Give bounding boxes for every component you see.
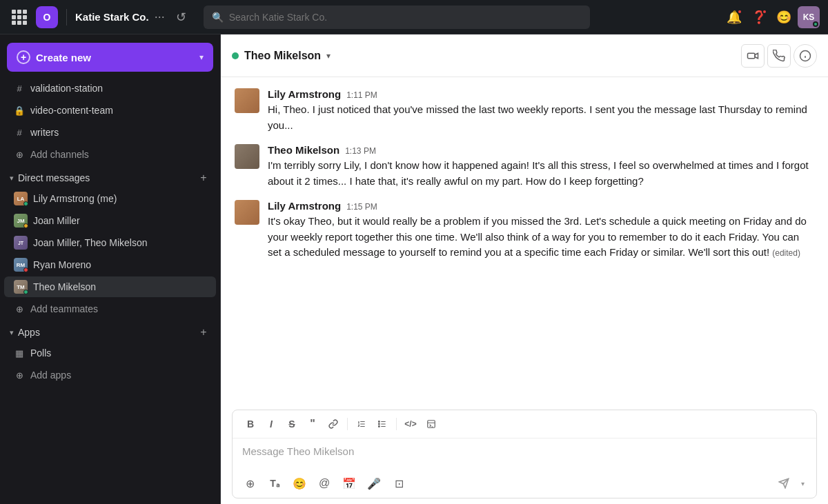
sidebar-dm-joan[interactable]: JM Joan Miller bbox=[4, 210, 216, 231]
svg-rect-14 bbox=[428, 421, 435, 428]
message-time: 1:11 PM bbox=[346, 90, 377, 100]
dm-label: Theo Mikelson bbox=[33, 281, 96, 292]
add-channels-label: Add channels bbox=[30, 149, 89, 160]
message-text: I'm terribly sorry Lily, I don't know ho… bbox=[268, 158, 814, 189]
strikethrough-button[interactable]: S bbox=[282, 414, 302, 434]
search-input[interactable] bbox=[229, 12, 582, 23]
plus-circle-icon: ⊕ bbox=[14, 370, 25, 381]
svg-point-11 bbox=[378, 421, 379, 423]
unordered-list-button[interactable] bbox=[373, 414, 392, 434]
topbar: O Katie Stark Co. ··· ↺ 🔍 🔔 ❓ 😊 KS bbox=[0, 0, 828, 34]
message-header: Theo Mikelson 1:13 PM bbox=[268, 144, 814, 156]
add-apps-label: Add apps bbox=[30, 370, 71, 381]
notification-dot bbox=[737, 9, 742, 14]
polls-icon: ▦ bbox=[14, 348, 25, 359]
mention-button[interactable]: @ bbox=[314, 473, 335, 494]
phone-call-button[interactable] bbox=[767, 44, 791, 68]
lily-avatar: LA bbox=[14, 192, 28, 205]
chat-contact-name: Theo Mikelson bbox=[244, 50, 321, 62]
dm-chevron-icon: ▾ bbox=[10, 174, 14, 183]
lily-message-avatar-2 bbox=[235, 200, 259, 225]
sidebar-add-channels[interactable]: ⊕ Add channels bbox=[4, 144, 216, 165]
plus-circle-icon: ⊕ bbox=[14, 150, 25, 160]
message-text: It's okay Theo, but it would really be a… bbox=[268, 214, 814, 261]
emoji-picker-button[interactable]: 😊 bbox=[289, 473, 310, 494]
send-button[interactable] bbox=[773, 473, 794, 494]
online-status-dot bbox=[23, 201, 28, 206]
code-button[interactable]: </> bbox=[401, 414, 420, 434]
messages-area: Lily Armstrong 1:11 PM Hi, Theo. I just … bbox=[221, 77, 828, 404]
add-dm-button[interactable]: + bbox=[197, 171, 210, 185]
bold-button[interactable]: B bbox=[241, 414, 260, 434]
sidebar-add-teammates[interactable]: ⊕ Add teammates bbox=[4, 299, 216, 319]
plus-circle-icon: ⊕ bbox=[14, 304, 25, 314]
search-bar[interactable]: 🔍 bbox=[204, 6, 590, 29]
add-attachment-button[interactable]: ⊕ bbox=[239, 473, 260, 494]
main-layout: + Create new ▾ # validation-station 🔒 vi… bbox=[0, 34, 828, 504]
add-apps-button[interactable]: + bbox=[197, 325, 210, 339]
toolbar-divider bbox=[347, 418, 348, 430]
message-author: Lily Armstrong bbox=[268, 88, 341, 100]
sidebar-item-validation-station[interactable]: # validation-station bbox=[4, 78, 216, 99]
sidebar-app-polls[interactable]: ▦ Polls bbox=[4, 343, 216, 363]
user-status-dot bbox=[813, 21, 818, 27]
send-area: ▾ bbox=[773, 473, 809, 494]
message-2: Theo Mikelson 1:13 PM I'm terribly sorry… bbox=[235, 144, 814, 189]
workspace-name: Katie Stark Co. bbox=[75, 11, 149, 23]
message-input[interactable]: Message Theo Mikelson bbox=[233, 439, 816, 469]
code-block-button[interactable] bbox=[422, 414, 441, 434]
user-avatar-button[interactable]: KS bbox=[798, 6, 820, 28]
joan-avatar: JM bbox=[14, 214, 28, 228]
grid-menu-button[interactable] bbox=[8, 6, 30, 28]
voice-message-button[interactable]: 🎤 bbox=[364, 473, 384, 494]
notifications-button[interactable]: 🔔 bbox=[723, 6, 745, 28]
sidebar-item-writers[interactable]: # writers bbox=[4, 122, 216, 143]
create-chevron-icon: ▾ bbox=[199, 52, 204, 62]
schedule-button[interactable]: 📅 bbox=[339, 473, 359, 494]
dm-label: Joan Miller bbox=[33, 215, 80, 226]
sidebar-dm-ryan[interactable]: RM Ryan Moreno bbox=[4, 254, 216, 275]
create-new-button[interactable]: + Create new ▾ bbox=[7, 43, 213, 72]
topbar-divider bbox=[66, 9, 67, 26]
workspace-logo: O bbox=[36, 6, 58, 28]
message-content: Lily Armstrong 1:11 PM Hi, Theo. I just … bbox=[268, 88, 814, 133]
video-call-button[interactable] bbox=[741, 44, 765, 68]
topbar-actions: 🔔 ❓ 😊 KS bbox=[723, 6, 820, 28]
sidebar-dm-joan-theo[interactable]: JT Joan Miller, Theo Mikelson bbox=[4, 232, 216, 253]
link-button[interactable] bbox=[324, 414, 343, 434]
message-input-area: B I S " </> Message T bbox=[232, 410, 817, 498]
sidebar-dm-theo[interactable]: TM Theo Mikelson bbox=[4, 276, 216, 297]
dm-label: Lily Armstrong (me) bbox=[33, 193, 117, 204]
chat-header-actions bbox=[741, 44, 817, 68]
apps-chevron-icon: ▾ bbox=[10, 328, 14, 337]
dnd-status-dot bbox=[23, 268, 28, 272]
text-format-button[interactable]: Tₐ bbox=[264, 473, 285, 494]
message-time: 1:13 PM bbox=[345, 146, 376, 156]
apps-section[interactable]: ▾ Apps + bbox=[0, 320, 220, 342]
workspace-menu-icon[interactable]: ··· bbox=[155, 10, 165, 24]
svg-point-13 bbox=[378, 426, 379, 427]
message-content: Lily Armstrong 1:15 PM It's okay Theo, b… bbox=[268, 200, 814, 261]
ordered-list-button[interactable] bbox=[352, 414, 371, 434]
history-icon[interactable]: ↺ bbox=[170, 6, 193, 28]
hash-icon: # bbox=[14, 83, 25, 94]
blockquote-button[interactable]: " bbox=[303, 414, 322, 434]
edited-label: (edited) bbox=[772, 248, 800, 258]
sidebar-add-apps[interactable]: ⊕ Add apps bbox=[4, 365, 216, 385]
send-options-button[interactable]: ▾ bbox=[796, 473, 809, 494]
direct-messages-section[interactable]: ▾ Direct messages + bbox=[0, 165, 220, 188]
sidebar-dm-lily[interactable]: LA Lily Armstrong (me) bbox=[4, 188, 216, 209]
shortcut-button[interactable]: ⊡ bbox=[388, 473, 409, 494]
help-dot bbox=[762, 9, 767, 14]
contact-chevron-icon[interactable]: ▾ bbox=[326, 51, 331, 61]
info-button[interactable] bbox=[793, 44, 817, 68]
italic-button[interactable]: I bbox=[262, 414, 281, 434]
contact-status-dot bbox=[232, 52, 239, 59]
lily-message-avatar bbox=[235, 88, 259, 113]
sidebar-item-video-content-team[interactable]: 🔒 video-content-team bbox=[4, 100, 216, 121]
emoji-button[interactable]: 😊 bbox=[773, 6, 795, 28]
add-teammates-label: Add teammates bbox=[30, 303, 98, 314]
lock-icon: 🔒 bbox=[14, 105, 25, 116]
help-button[interactable]: ❓ bbox=[748, 6, 770, 28]
message-author: Lily Armstrong bbox=[268, 200, 341, 212]
